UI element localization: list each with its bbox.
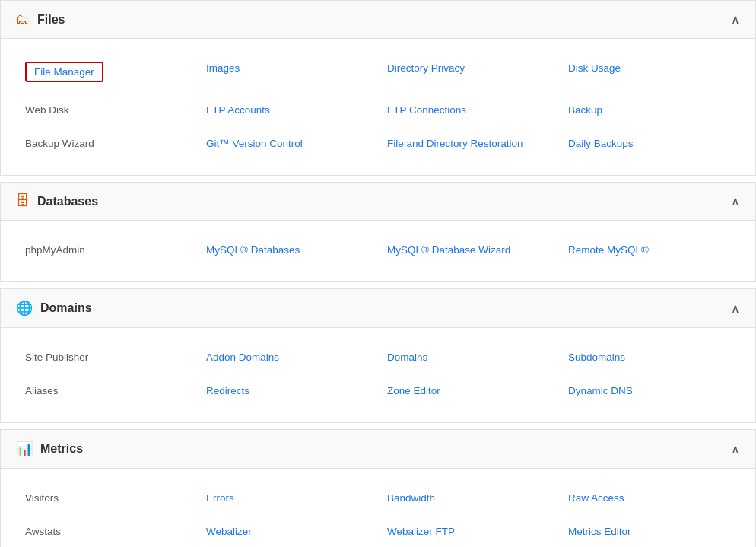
link-backup[interactable]: Backup bbox=[568, 104, 602, 116]
link-directory-privacy[interactable]: Directory Privacy bbox=[387, 62, 465, 74]
section-title-files: Files bbox=[37, 13, 65, 27]
list-item: Raw Access bbox=[559, 485, 740, 510]
list-item: Aliases bbox=[16, 378, 197, 402]
table-row: Backup WizardGit™ Version ControlFile an… bbox=[16, 126, 740, 160]
link-site-publisher: Site Publisher bbox=[25, 351, 88, 363]
databases-icon: 🗄 bbox=[16, 193, 30, 209]
list-item: Images bbox=[197, 56, 378, 88]
list-item: Metrics Editor bbox=[559, 519, 740, 543]
files-icon: 🗂 bbox=[16, 11, 30, 27]
link-file-and-directory-restoration[interactable]: File and Directory Restoration bbox=[387, 138, 523, 149]
link-mysql-databases[interactable]: MySQL® Databases bbox=[206, 244, 300, 256]
section-header-domains[interactable]: 🌐Domains∧ bbox=[1, 289, 755, 328]
list-item: Backup bbox=[559, 97, 740, 122]
section-domains: 🌐Domains∧Site PublisherAddon DomainsDoma… bbox=[0, 288, 756, 423]
link-aliases: Aliases bbox=[25, 385, 59, 396]
list-item: Bandwidth bbox=[378, 485, 559, 510]
list-item: Dynamic DNS bbox=[559, 378, 740, 402]
section-title-metrics: Metrics bbox=[40, 442, 83, 456]
link-web-disk: Web Disk bbox=[25, 104, 69, 116]
link-file-manager[interactable]: File Manager bbox=[25, 62, 103, 82]
table-row: VisitorsErrorsBandwidthRaw Access bbox=[16, 481, 740, 514]
section-metrics: 📊Metrics∧VisitorsErrorsBandwidthRaw Acce… bbox=[0, 429, 756, 547]
section-body-domains: Site PublisherAddon DomainsDomainsSubdom… bbox=[1, 328, 755, 422]
chevron-icon-metrics: ∧ bbox=[731, 442, 740, 456]
link-bandwidth[interactable]: Bandwidth bbox=[387, 492, 435, 504]
link-backup-wizard: Backup Wizard bbox=[25, 138, 94, 149]
link-remote-mysql[interactable]: Remote MySQL® bbox=[568, 244, 649, 256]
section-databases: 🗄Databases∧phpMyAdminMySQL® DatabasesMyS… bbox=[0, 182, 756, 282]
list-item: Errors bbox=[197, 485, 378, 510]
list-item: FTP Accounts bbox=[197, 97, 378, 122]
list-item: Web Disk bbox=[16, 97, 197, 122]
table-row: phpMyAdminMySQL® DatabasesMySQL® Databas… bbox=[16, 233, 740, 266]
page-wrapper: 🗂Files∧File ManagerImagesDirectory Priva… bbox=[0, 0, 756, 547]
chevron-icon-domains: ∧ bbox=[731, 301, 740, 316]
list-item: Git™ Version Control bbox=[197, 131, 378, 155]
section-title-domains: Domains bbox=[40, 301, 92, 315]
list-item: Domains bbox=[378, 345, 559, 369]
section-body-files: File ManagerImagesDirectory PrivacyDisk … bbox=[1, 39, 755, 175]
metrics-icon: 📊 bbox=[16, 440, 33, 457]
list-item: Daily Backups bbox=[559, 131, 740, 155]
link-ftp-accounts[interactable]: FTP Accounts bbox=[206, 104, 270, 116]
list-item: Disk Usage bbox=[559, 56, 740, 88]
list-item: Zone Editor bbox=[378, 378, 559, 402]
list-item: Visitors bbox=[16, 485, 197, 510]
list-item: FTP Connections bbox=[378, 97, 559, 122]
link-webalizer-ftp[interactable]: Webalizer FTP bbox=[387, 526, 455, 537]
list-item: Webalizer FTP bbox=[378, 519, 559, 543]
link-subdomains[interactable]: Subdomains bbox=[568, 351, 625, 363]
list-item: Remote MySQL® bbox=[559, 237, 740, 262]
list-item: Directory Privacy bbox=[378, 56, 559, 88]
link-awstats: Awstats bbox=[25, 526, 61, 537]
table-row: Site PublisherAddon DomainsDomainsSubdom… bbox=[16, 340, 740, 374]
link-images[interactable]: Images bbox=[206, 62, 240, 74]
table-row: AwstatsWebalizerWebalizer FTPMetrics Edi… bbox=[16, 514, 740, 547]
list-item: Backup Wizard bbox=[16, 131, 197, 155]
link-webalizer[interactable]: Webalizer bbox=[206, 526, 252, 537]
link-dynamic-dns[interactable]: Dynamic DNS bbox=[568, 385, 633, 396]
list-item: MySQL® Database Wizard bbox=[378, 237, 559, 262]
chevron-icon-databases: ∧ bbox=[731, 194, 740, 208]
section-body-databases: phpMyAdminMySQL® DatabasesMySQL® Databas… bbox=[1, 221, 755, 281]
table-row: AliasesRedirectsZone EditorDynamic DNS bbox=[16, 374, 740, 407]
list-item: Site Publisher bbox=[16, 345, 197, 369]
chevron-icon-files: ∧ bbox=[731, 12, 740, 27]
link-git-version-control[interactable]: Git™ Version Control bbox=[206, 138, 303, 149]
section-header-files[interactable]: 🗂Files∧ bbox=[1, 1, 755, 39]
list-item: Webalizer bbox=[197, 519, 378, 543]
table-row: File ManagerImagesDirectory PrivacyDisk … bbox=[16, 51, 740, 93]
link-visitors: Visitors bbox=[25, 492, 59, 504]
list-item: MySQL® Databases bbox=[197, 237, 378, 262]
table-row: Web DiskFTP AccountsFTP ConnectionsBacku… bbox=[16, 93, 740, 126]
list-item: File and Directory Restoration bbox=[378, 131, 559, 155]
list-item: phpMyAdmin bbox=[16, 237, 197, 262]
list-item: Addon Domains bbox=[197, 345, 378, 369]
section-header-databases[interactable]: 🗄Databases∧ bbox=[1, 183, 755, 221]
list-item: Awstats bbox=[16, 519, 197, 543]
link-disk-usage[interactable]: Disk Usage bbox=[568, 62, 621, 74]
link-redirects[interactable]: Redirects bbox=[206, 385, 249, 396]
domains-icon: 🌐 bbox=[16, 300, 33, 316]
link-addon-domains[interactable]: Addon Domains bbox=[206, 351, 279, 363]
list-item: File Manager bbox=[16, 56, 197, 88]
section-files: 🗂Files∧File ManagerImagesDirectory Priva… bbox=[0, 0, 756, 176]
list-item: Subdomains bbox=[559, 345, 740, 369]
link-zone-editor[interactable]: Zone Editor bbox=[387, 385, 440, 396]
link-ftp-connections[interactable]: FTP Connections bbox=[387, 104, 466, 116]
link-daily-backups[interactable]: Daily Backups bbox=[568, 138, 634, 149]
link-phpmyadmin: phpMyAdmin bbox=[25, 244, 85, 256]
link-metrics-editor[interactable]: Metrics Editor bbox=[568, 526, 631, 537]
section-title-databases: Databases bbox=[37, 195, 98, 208]
link-mysql-database-wizard[interactable]: MySQL® Database Wizard bbox=[387, 244, 510, 256]
section-header-metrics[interactable]: 📊Metrics∧ bbox=[1, 430, 755, 469]
link-errors[interactable]: Errors bbox=[206, 492, 234, 504]
section-body-metrics: VisitorsErrorsBandwidthRaw AccessAwstats… bbox=[1, 469, 755, 547]
list-item: Redirects bbox=[197, 378, 378, 402]
link-domains[interactable]: Domains bbox=[387, 351, 427, 363]
link-raw-access[interactable]: Raw Access bbox=[568, 492, 624, 504]
